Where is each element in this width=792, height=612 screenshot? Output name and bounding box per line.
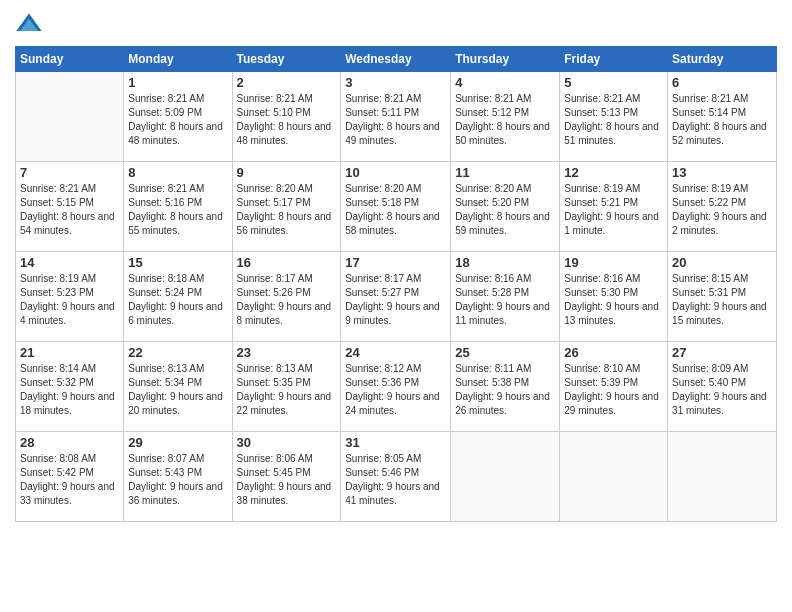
daylight: Daylight: 9 hours and 36 minutes. — [128, 481, 223, 506]
sunset: Sunset: 5:42 PM — [20, 467, 94, 478]
sunrise: Sunrise: 8:08 AM — [20, 453, 96, 464]
daylight: Daylight: 9 hours and 38 minutes. — [237, 481, 332, 506]
day-info: Sunrise: 8:10 AMSunset: 5:39 PMDaylight:… — [564, 362, 663, 418]
daylight: Daylight: 8 hours and 56 minutes. — [237, 211, 332, 236]
day-number: 17 — [345, 255, 446, 270]
sunrise: Sunrise: 8:19 AM — [564, 183, 640, 194]
day-info: Sunrise: 8:16 AMSunset: 5:30 PMDaylight:… — [564, 272, 663, 328]
sunrise: Sunrise: 8:11 AM — [455, 363, 531, 374]
daylight: Daylight: 9 hours and 6 minutes. — [128, 301, 223, 326]
sunset: Sunset: 5:20 PM — [455, 197, 529, 208]
sunset: Sunset: 5:22 PM — [672, 197, 746, 208]
daylight: Daylight: 8 hours and 55 minutes. — [128, 211, 223, 236]
daylight: Daylight: 9 hours and 41 minutes. — [345, 481, 440, 506]
day-number: 20 — [672, 255, 772, 270]
day-cell — [668, 432, 777, 522]
day-number: 25 — [455, 345, 555, 360]
calendar-body: 1Sunrise: 8:21 AMSunset: 5:09 PMDaylight… — [16, 72, 777, 522]
day-info: Sunrise: 8:21 AMSunset: 5:14 PMDaylight:… — [672, 92, 772, 148]
day-number: 19 — [564, 255, 663, 270]
sunset: Sunset: 5:17 PM — [237, 197, 311, 208]
day-cell: 11Sunrise: 8:20 AMSunset: 5:20 PMDayligh… — [451, 162, 560, 252]
day-number: 8 — [128, 165, 227, 180]
sunset: Sunset: 5:09 PM — [128, 107, 202, 118]
day-cell: 29Sunrise: 8:07 AMSunset: 5:43 PMDayligh… — [124, 432, 232, 522]
header — [15, 10, 777, 38]
day-info: Sunrise: 8:20 AMSunset: 5:20 PMDaylight:… — [455, 182, 555, 238]
day-cell: 12Sunrise: 8:19 AMSunset: 5:21 PMDayligh… — [560, 162, 668, 252]
sunrise: Sunrise: 8:21 AM — [455, 93, 531, 104]
logo-icon — [15, 10, 43, 38]
sunset: Sunset: 5:11 PM — [345, 107, 419, 118]
day-number: 15 — [128, 255, 227, 270]
sunset: Sunset: 5:35 PM — [237, 377, 311, 388]
day-number: 2 — [237, 75, 337, 90]
sunrise: Sunrise: 8:09 AM — [672, 363, 748, 374]
day-number: 16 — [237, 255, 337, 270]
day-number: 27 — [672, 345, 772, 360]
day-cell: 17Sunrise: 8:17 AMSunset: 5:27 PMDayligh… — [341, 252, 451, 342]
day-info: Sunrise: 8:21 AMSunset: 5:15 PMDaylight:… — [20, 182, 119, 238]
day-cell: 14Sunrise: 8:19 AMSunset: 5:23 PMDayligh… — [16, 252, 124, 342]
sunrise: Sunrise: 8:13 AM — [128, 363, 204, 374]
day-number: 29 — [128, 435, 227, 450]
sunrise: Sunrise: 8:19 AM — [20, 273, 96, 284]
sunset: Sunset: 5:28 PM — [455, 287, 529, 298]
logo — [15, 10, 47, 38]
day-info: Sunrise: 8:19 AMSunset: 5:22 PMDaylight:… — [672, 182, 772, 238]
day-number: 12 — [564, 165, 663, 180]
sunset: Sunset: 5:10 PM — [237, 107, 311, 118]
day-cell: 16Sunrise: 8:17 AMSunset: 5:26 PMDayligh… — [232, 252, 341, 342]
day-cell: 8Sunrise: 8:21 AMSunset: 5:16 PMDaylight… — [124, 162, 232, 252]
day-header-friday: Friday — [560, 47, 668, 72]
sunrise: Sunrise: 8:20 AM — [237, 183, 313, 194]
day-number: 31 — [345, 435, 446, 450]
sunset: Sunset: 5:14 PM — [672, 107, 746, 118]
sunset: Sunset: 5:34 PM — [128, 377, 202, 388]
day-number: 10 — [345, 165, 446, 180]
day-cell: 30Sunrise: 8:06 AMSunset: 5:45 PMDayligh… — [232, 432, 341, 522]
sunset: Sunset: 5:12 PM — [455, 107, 529, 118]
sunrise: Sunrise: 8:20 AM — [345, 183, 421, 194]
day-number: 4 — [455, 75, 555, 90]
day-info: Sunrise: 8:17 AMSunset: 5:27 PMDaylight:… — [345, 272, 446, 328]
day-cell: 2Sunrise: 8:21 AMSunset: 5:10 PMDaylight… — [232, 72, 341, 162]
daylight: Daylight: 8 hours and 51 minutes. — [564, 121, 659, 146]
day-cell: 24Sunrise: 8:12 AMSunset: 5:36 PMDayligh… — [341, 342, 451, 432]
daylight: Daylight: 8 hours and 50 minutes. — [455, 121, 550, 146]
sunset: Sunset: 5:46 PM — [345, 467, 419, 478]
day-cell: 1Sunrise: 8:21 AMSunset: 5:09 PMDaylight… — [124, 72, 232, 162]
day-info: Sunrise: 8:08 AMSunset: 5:42 PMDaylight:… — [20, 452, 119, 508]
day-cell: 7Sunrise: 8:21 AMSunset: 5:15 PMDaylight… — [16, 162, 124, 252]
daylight: Daylight: 9 hours and 9 minutes. — [345, 301, 440, 326]
day-cell: 3Sunrise: 8:21 AMSunset: 5:11 PMDaylight… — [341, 72, 451, 162]
day-number: 3 — [345, 75, 446, 90]
daylight: Daylight: 9 hours and 2 minutes. — [672, 211, 767, 236]
sunset: Sunset: 5:13 PM — [564, 107, 638, 118]
sunrise: Sunrise: 8:10 AM — [564, 363, 640, 374]
day-cell — [560, 432, 668, 522]
day-number: 14 — [20, 255, 119, 270]
day-number: 1 — [128, 75, 227, 90]
sunrise: Sunrise: 8:21 AM — [128, 93, 204, 104]
day-cell: 23Sunrise: 8:13 AMSunset: 5:35 PMDayligh… — [232, 342, 341, 432]
day-number: 11 — [455, 165, 555, 180]
week-row-2: 14Sunrise: 8:19 AMSunset: 5:23 PMDayligh… — [16, 252, 777, 342]
day-cell: 25Sunrise: 8:11 AMSunset: 5:38 PMDayligh… — [451, 342, 560, 432]
day-cell: 22Sunrise: 8:13 AMSunset: 5:34 PMDayligh… — [124, 342, 232, 432]
day-info: Sunrise: 8:21 AMSunset: 5:11 PMDaylight:… — [345, 92, 446, 148]
daylight: Daylight: 9 hours and 4 minutes. — [20, 301, 115, 326]
sunset: Sunset: 5:18 PM — [345, 197, 419, 208]
sunset: Sunset: 5:45 PM — [237, 467, 311, 478]
day-cell: 5Sunrise: 8:21 AMSunset: 5:13 PMDaylight… — [560, 72, 668, 162]
day-number: 24 — [345, 345, 446, 360]
day-cell: 28Sunrise: 8:08 AMSunset: 5:42 PMDayligh… — [16, 432, 124, 522]
sunrise: Sunrise: 8:16 AM — [455, 273, 531, 284]
day-info: Sunrise: 8:07 AMSunset: 5:43 PMDaylight:… — [128, 452, 227, 508]
day-info: Sunrise: 8:21 AMSunset: 5:09 PMDaylight:… — [128, 92, 227, 148]
daylight: Daylight: 8 hours and 54 minutes. — [20, 211, 115, 236]
day-cell: 10Sunrise: 8:20 AMSunset: 5:18 PMDayligh… — [341, 162, 451, 252]
day-number: 13 — [672, 165, 772, 180]
sunrise: Sunrise: 8:07 AM — [128, 453, 204, 464]
sunset: Sunset: 5:26 PM — [237, 287, 311, 298]
